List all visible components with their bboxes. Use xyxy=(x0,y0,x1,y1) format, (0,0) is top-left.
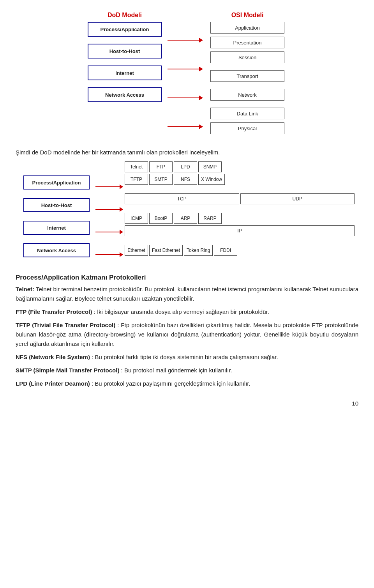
d2-dod-layer-3: Internet xyxy=(23,221,90,235)
d2-arrows xyxy=(94,161,125,266)
diagram2: Process/Application Host-to-Host Interne… xyxy=(19,161,355,266)
osi-session: Session xyxy=(210,51,284,63)
tftp-label: TFTP (Trivial File Transfer Protocol) xyxy=(16,322,115,328)
d2-dod-layer-4: Network Access xyxy=(23,243,90,257)
proto-ftp: FTP xyxy=(149,161,173,172)
lpd-text: : Bu protokol yazıcı paylaşımını gerçekl… xyxy=(90,380,251,387)
nfs-text: : Bu protokol farklı tipte iki dosya sis… xyxy=(90,354,278,360)
proto-nfs: NFS xyxy=(174,174,197,185)
telnet-paragraph: Telnet: Telnet bir terminal benzetim pro… xyxy=(16,285,358,303)
d2-dod-column: Process/Application Host-to-Host Interne… xyxy=(19,161,94,266)
proto-icmp: ICMP xyxy=(125,213,148,224)
proto-token-ring: Token Ring xyxy=(184,245,213,256)
dod-title: DoD Modeli xyxy=(108,12,142,19)
d2-arrow-4 xyxy=(95,254,123,255)
d2-group-2: TCP UDP xyxy=(125,193,355,206)
osi-network: Network xyxy=(210,89,284,101)
arrow-3 xyxy=(168,97,203,98)
osi-group-3: Network xyxy=(210,89,284,102)
proto-rarp: RARP xyxy=(198,213,222,224)
proto-tftp: TFTP xyxy=(125,174,148,185)
d2-row-1b: TFTP SMTP NFS X Window xyxy=(125,174,355,185)
d2-arrow-2 xyxy=(95,209,123,210)
dod-layer-2: Host-to-Host xyxy=(88,44,162,58)
d2-group-1: Telnet FTP LPD SNMP TFTP SMTP NFS X Wind… xyxy=(125,161,355,186)
proto-udp: UDP xyxy=(240,193,355,204)
lpd-label: LPD (Line Printer Deamon) xyxy=(16,380,90,387)
arrow-1 xyxy=(168,40,203,41)
osi-presentation: Presentation xyxy=(210,37,284,48)
d2-arrow-3 xyxy=(95,232,123,232)
d2-row-1a: Telnet FTP LPD SNMP xyxy=(125,161,355,172)
d2-dod-layer-1: Process/Application xyxy=(23,175,90,190)
dod-layer-3: Internet xyxy=(88,66,162,80)
d2-row-3a: ICMP BootP ARP RARP xyxy=(125,213,355,224)
d2-group-4: Ethernet Fast Ethernet Token Ring FDDI xyxy=(125,245,355,257)
osi-application: Application xyxy=(210,22,284,34)
dod-layer-4: Network Access xyxy=(88,87,162,102)
tftp-paragraph: TFTP (Trivial File Transfer Protocol) : … xyxy=(16,321,358,349)
arrow-2 xyxy=(168,69,203,69)
proto-fddi: FDDI xyxy=(214,245,237,256)
proto-xwindow: X Window xyxy=(198,174,225,185)
d2-dod-layer-2: Host-to-Host xyxy=(23,198,90,212)
osi-group-1: Application Presentation Session xyxy=(210,22,284,65)
proto-bootp: BootP xyxy=(149,213,173,224)
smtp-text: : Bu protokol mail göndermek için kullan… xyxy=(119,367,232,374)
osi-title: OSI Modeli xyxy=(231,12,264,19)
ftp-label: FTP (File Transfer Protocol) xyxy=(16,308,92,315)
proto-tcp: TCP xyxy=(125,193,239,204)
d2-row-2: TCP UDP xyxy=(125,193,355,204)
proto-fast-ethernet: Fast Ethernet xyxy=(149,245,183,256)
osi-group-2: Transport xyxy=(210,70,284,83)
d2-group-3: ICMP BootP ARP RARP IP xyxy=(125,213,355,238)
d2-row-3b: IP xyxy=(125,225,355,236)
diagram1-arrows xyxy=(166,12,205,141)
telnet-label: Telnet: xyxy=(16,286,34,292)
diagram1: DoD Modeli Process/Application Host-to-H… xyxy=(51,12,323,141)
smtp-label: SMTP (Simple Mail Transfer Protocol) xyxy=(16,367,119,374)
lpd-paragraph: LPD (Line Printer Deamon) : Bu protokol … xyxy=(16,379,358,388)
d2-row-4: Ethernet Fast Ethernet Token Ring FDDI xyxy=(125,245,355,256)
ftp-text: : İki bilgisayar arasında dosya alıp ver… xyxy=(92,308,269,315)
ftp-paragraph: FTP (File Transfer Protocol) : İki bilgi… xyxy=(16,307,358,317)
section-heading-1: Process/Application Katmanı Protokolleri xyxy=(16,274,358,282)
proto-telnet: Telnet xyxy=(125,161,148,172)
osi-group-4: Data Link Physical xyxy=(210,108,284,136)
arrow-4 xyxy=(168,126,203,127)
dod-layer-1: Process/Application xyxy=(88,22,162,37)
osi-physical: Physical xyxy=(210,122,284,134)
telnet-text: Telnet bir terminal benzetim protokolüdü… xyxy=(16,286,358,302)
nfs-label: NFS (Network File System) xyxy=(16,354,90,360)
d2-proto-column: Telnet FTP LPD SNMP TFTP SMTP NFS X Wind… xyxy=(125,161,355,266)
smtp-paragraph: SMTP (Simple Mail Transfer Protocol) : B… xyxy=(16,366,358,375)
nfs-paragraph: NFS (Network File System) : Bu protokol … xyxy=(16,352,358,362)
proto-arp: ARP xyxy=(174,213,197,224)
osi-column: OSI Modeli Application Presentation Sess… xyxy=(205,12,290,141)
proto-ethernet: Ethernet xyxy=(125,245,148,256)
proto-smtp: SMTP xyxy=(149,174,173,185)
proto-snmp: SNMP xyxy=(198,161,222,172)
proto-ip: IP xyxy=(125,225,355,236)
intro-paragraph: Şimdi de DoD modelinde her bir katmanda … xyxy=(16,149,358,156)
dod-column: DoD Modeli Process/Application Host-to-H… xyxy=(84,12,166,141)
proto-lpd: LPD xyxy=(174,161,197,172)
osi-transport: Transport xyxy=(210,70,284,82)
page-number: 10 xyxy=(16,400,358,407)
osi-datalink: Data Link xyxy=(210,108,284,119)
d2-arrow-1 xyxy=(95,186,123,187)
